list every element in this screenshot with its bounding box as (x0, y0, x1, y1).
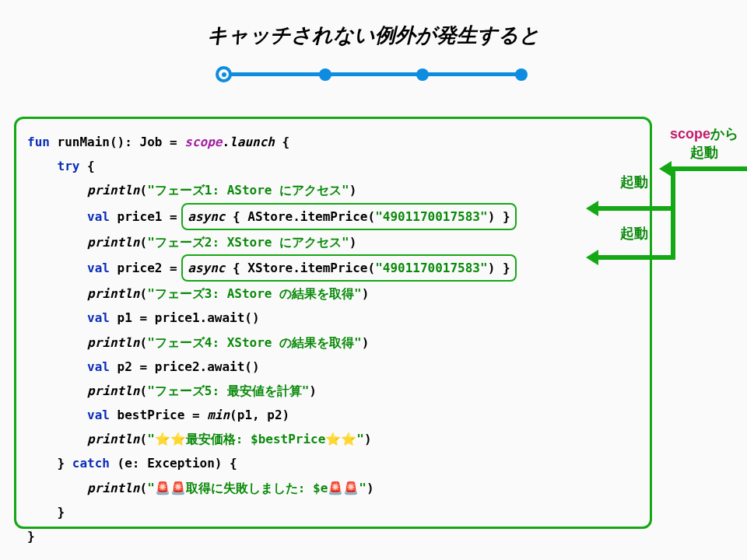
timeline-node (515, 68, 528, 81)
arrow-async2-h (598, 255, 675, 260)
timeline (218, 66, 529, 82)
string: "🚨🚨取得に失敗しました: $e🚨🚨" (147, 481, 366, 495)
brace: { (275, 135, 289, 149)
var-decl: price2 = (110, 261, 184, 275)
arrow-scope (671, 166, 747, 171)
string: "4901170017583" (375, 209, 488, 224)
timeline-line (226, 72, 521, 76)
string: "フェーズ1: AStore にアクセス" (147, 183, 349, 198)
kw-fun: fun (27, 135, 50, 149)
println: println (87, 383, 139, 398)
slide-title: キャッチされない例外が発生すると (0, 0, 747, 49)
expr: p2 = price2.await() (110, 359, 260, 374)
expr: p1 = price1.await() (110, 310, 260, 325)
fn-sig: runMain(): Job = (50, 135, 184, 149)
paren: ( (140, 481, 148, 495)
annot-kara: から (710, 126, 738, 142)
paren: ) (364, 432, 372, 446)
arrow-async1-head (586, 201, 598, 216)
paren: ) (349, 235, 357, 250)
println: println (87, 235, 139, 250)
string: "⭐⭐最安価格: $bestPrice⭐⭐" (147, 432, 364, 446)
async-end: ) } (488, 209, 510, 224)
kw-val: val (87, 359, 110, 374)
async-end: ) } (488, 261, 510, 275)
dot: . (222, 135, 230, 149)
paren: ) (366, 481, 374, 495)
async-block-1: async { AStore.itemPrice("4901170017583"… (181, 203, 516, 230)
async-kw: async (188, 209, 225, 224)
paren: ) (349, 183, 357, 198)
code-block: fun runMain(): Job = scope.launch { try … (14, 117, 652, 529)
string: "フェーズ5: 最安値を計算" (147, 383, 309, 398)
string: "4901170017583" (375, 261, 488, 275)
println: println (87, 481, 139, 495)
arrow-async1-h (598, 206, 675, 211)
string: "フェーズ2: XStore にアクセス" (147, 235, 349, 250)
string: "フェーズ4: XStore の結果を取得" (147, 335, 362, 350)
paren: ) (362, 335, 370, 350)
async-block-2: async { XStore.itemPrice("4901170017583"… (181, 254, 516, 282)
brace: } (27, 529, 35, 544)
paren: ) (362, 286, 370, 301)
args: (p1, p2) (230, 408, 289, 422)
brace: } (58, 505, 65, 520)
annot-scope-launch: scopeから 起動 (665, 124, 743, 162)
kw-catch: catch (72, 456, 110, 471)
annot-kidou: 起動 (690, 145, 718, 160)
catch-args: (e: Exception) { (110, 456, 237, 471)
scope-ref: scope (184, 135, 222, 149)
kw-val: val (87, 408, 110, 422)
timeline-start-node (216, 66, 232, 82)
kw-val: val (87, 209, 110, 224)
kw-val: val (87, 261, 110, 275)
kw-try: try (58, 159, 80, 173)
timeline-node (319, 68, 331, 81)
string: "フェーズ3: AStore の結果を取得" (147, 286, 362, 301)
async-kw: async (188, 261, 225, 275)
kw-val: val (87, 310, 110, 325)
paren: ( (140, 286, 148, 301)
annot-launch-2: 起動 (620, 224, 648, 243)
println: println (87, 183, 139, 198)
paren: ( (140, 335, 148, 350)
arrow-async2-head (586, 250, 598, 265)
async-body: { XStore.itemPrice( (225, 261, 375, 275)
async-body: { AStore.itemPrice( (225, 209, 375, 224)
println: println (87, 286, 139, 301)
arrow-vertical-join (671, 166, 675, 260)
println: println (87, 432, 139, 446)
brace: } (58, 456, 72, 471)
paren: ( (140, 432, 148, 446)
timeline-node (416, 68, 429, 81)
println: println (87, 335, 139, 350)
paren: ( (140, 235, 148, 250)
brace: { (79, 159, 94, 173)
var-decl: price1 = (110, 209, 184, 224)
arrow-scope-head (659, 161, 672, 177)
annot-scope-word: scope (670, 126, 710, 142)
var-decl: bestPrice = (110, 408, 207, 422)
paren: ( (140, 183, 148, 198)
paren: ) (309, 383, 317, 398)
min-call: min (207, 408, 230, 422)
paren: ( (140, 383, 148, 398)
launch-call: launch (230, 135, 275, 149)
annot-launch-1: 起動 (620, 173, 648, 191)
